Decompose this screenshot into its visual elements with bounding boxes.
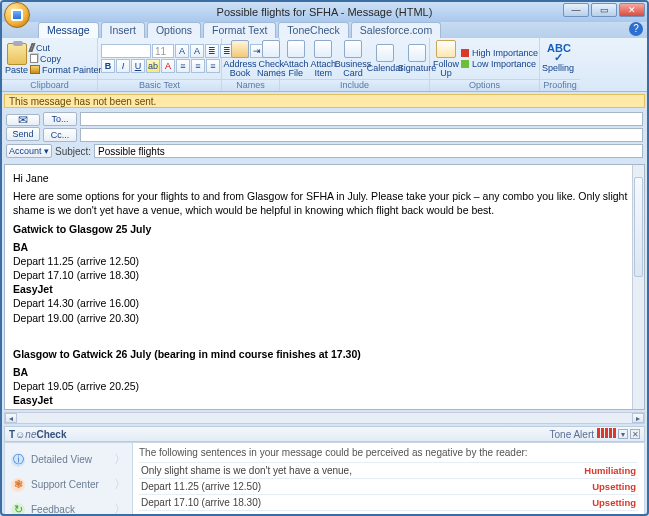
cc-field[interactable] [80, 128, 643, 142]
tonecheck-result-text: Only slight shame is we don't yet have a… [141, 465, 352, 476]
signature-button[interactable]: Signature [402, 44, 432, 73]
tonecheck-support-center[interactable]: ❃Support Center〉 [5, 472, 132, 497]
high-importance-button[interactable]: High Importance [461, 48, 538, 58]
subject-field[interactable]: Possible flights [94, 144, 643, 158]
tonecheck-sidebar: ⓘDetailed View〉 ❃Support Center〉 ↻Feedba… [4, 442, 132, 516]
tonecheck-result-row[interactable]: Only slight shame is we don't yet have a… [139, 462, 638, 478]
tonecheck-panel: ⓘDetailed View〉 ❃Support Center〉 ↻Feedba… [4, 442, 645, 516]
address-book-label: Address Book [223, 60, 256, 78]
signature-icon [408, 44, 426, 62]
tonecheck-result-tag: Upsetting [592, 497, 636, 508]
tonecheck-close-button[interactable]: ✕ [630, 429, 640, 439]
tab-format-text[interactable]: Format Text [203, 22, 276, 38]
body-scrollbar-horizontal[interactable]: ◂ ▸ [4, 412, 645, 424]
low-importance-label: Low Importance [472, 59, 536, 69]
shrink-font-button[interactable]: A [190, 44, 204, 58]
send-icon-button[interactable]: ✉ [6, 114, 40, 126]
to-field[interactable] [80, 112, 643, 126]
chevron-right-icon: 〉 [114, 501, 126, 516]
align-left-button[interactable]: ≡ [176, 59, 190, 73]
info-bar: This message has not been sent. [4, 94, 645, 108]
format-painter-button[interactable]: Format Painter [30, 65, 102, 75]
minimize-button[interactable]: — [563, 3, 589, 17]
group-clipboard-label: Clipboard [2, 79, 97, 91]
body-ba-2: BA [13, 366, 28, 378]
tab-salesforce[interactable]: Salesforce.com [351, 22, 441, 38]
group-options-label: Options [430, 79, 539, 91]
cut-label: Cut [36, 43, 50, 53]
tonecheck-detailed-view[interactable]: ⓘDetailed View〉 [5, 447, 132, 472]
italic-button[interactable]: I [116, 59, 130, 73]
bold-button[interactable]: B [101, 59, 115, 73]
body-ej-1: EasyJet [13, 283, 53, 295]
business-card-button[interactable]: Business Card [338, 40, 368, 78]
tonecheck-result-row[interactable]: Depart 17.10 (arrive 18.30)Upsetting [139, 494, 638, 510]
tab-options[interactable]: Options [147, 22, 201, 38]
tab-tonecheck[interactable]: ToneCheck [278, 22, 349, 38]
font-name-select[interactable] [101, 44, 151, 58]
tonecheck-logo: T☺neCheck [9, 429, 66, 440]
tonecheck-feedback[interactable]: ↻Feedback〉 [5, 497, 132, 516]
font-size-select[interactable]: 11 [152, 44, 174, 58]
window-title: Possible flights for SFHA - Message (HTM… [217, 6, 433, 18]
maximize-button[interactable]: ▭ [591, 3, 617, 17]
scroll-left-icon[interactable]: ◂ [5, 413, 17, 423]
title-bar: Possible flights for SFHA - Message (HTM… [2, 2, 647, 22]
tonecheck-result-text: Depart 11.25 (arrive 12.50) [141, 481, 261, 492]
format-painter-icon [30, 65, 40, 74]
tonecheck-result-row[interactable]: Depart 11.25 (arrive 12.50)Upsetting [139, 478, 638, 494]
follow-up-button[interactable]: Follow Up [433, 40, 459, 78]
info-icon: ⓘ [11, 453, 25, 467]
body-heading-outbound: Gatwick to Glasgow 25 July [13, 223, 151, 235]
help-icon[interactable]: ? [629, 22, 643, 36]
attach-item-icon [314, 40, 332, 58]
attach-file-icon [287, 40, 305, 58]
highlight-button[interactable]: ab [146, 59, 160, 73]
body-line-3: Depart 14.30 (arrive 16.00) [13, 296, 636, 310]
low-importance-button[interactable]: Low Importance [461, 59, 538, 69]
calendar-button[interactable]: Calendar [370, 44, 400, 73]
high-importance-icon [461, 49, 469, 57]
body-greeting: Hi Jane [13, 171, 636, 185]
copy-button[interactable]: Copy [30, 54, 102, 64]
scroll-right-icon[interactable]: ▸ [632, 413, 644, 423]
attach-item-button[interactable]: Attach Item [311, 40, 337, 78]
format-painter-label: Format Painter [42, 65, 102, 75]
spelling-button[interactable]: ABC✓Spelling [543, 44, 573, 73]
align-right-button[interactable]: ≡ [206, 59, 220, 73]
feedback-icon: ↻ [11, 503, 25, 517]
bullets-button[interactable]: ≣ [205, 44, 219, 58]
low-importance-icon [461, 60, 469, 68]
body-line-1: Depart 11.25 (arrive 12.50) [13, 254, 636, 268]
send-button[interactable]: Send [6, 127, 40, 141]
chevron-right-icon: 〉 [114, 476, 126, 493]
address-book-button[interactable]: Address Book [225, 40, 255, 78]
cc-button[interactable]: Cc... [43, 128, 77, 142]
body-scrollbar-vertical[interactable] [632, 165, 644, 409]
paste-icon [7, 43, 27, 65]
to-button[interactable]: To... [43, 112, 77, 126]
copy-label: Copy [40, 54, 61, 64]
grow-font-button[interactable]: A [175, 44, 189, 58]
tonecheck-result-row[interactable]: Depart 14.30 (arrive 16.00)Upsetting [139, 510, 638, 516]
tonecheck-collapse-button[interactable]: ▾ [618, 429, 628, 439]
copy-icon [30, 54, 38, 63]
tab-insert[interactable]: Insert [101, 22, 145, 38]
subject-label: Subject: [55, 146, 91, 157]
calendar-icon [376, 44, 394, 62]
font-color-button[interactable]: A [161, 59, 175, 73]
message-body[interactable]: Hi Jane Here are some options for your f… [4, 164, 645, 410]
account-button[interactable]: Account ▾ [6, 144, 52, 158]
paste-label: Paste [5, 65, 28, 75]
align-center-button[interactable]: ≡ [191, 59, 205, 73]
tonecheck-result-tag: Humiliating [584, 465, 636, 476]
follow-up-icon [436, 40, 456, 58]
close-button[interactable]: ✕ [619, 3, 645, 17]
office-orb[interactable] [4, 2, 30, 28]
paste-button[interactable]: Paste [5, 43, 28, 75]
tab-message[interactable]: Message [38, 22, 99, 38]
underline-button[interactable]: U [131, 59, 145, 73]
attach-file-button[interactable]: Attach File [283, 40, 309, 78]
tonecheck-result-tag: Upsetting [592, 481, 636, 492]
cut-button[interactable]: Cut [30, 43, 102, 53]
